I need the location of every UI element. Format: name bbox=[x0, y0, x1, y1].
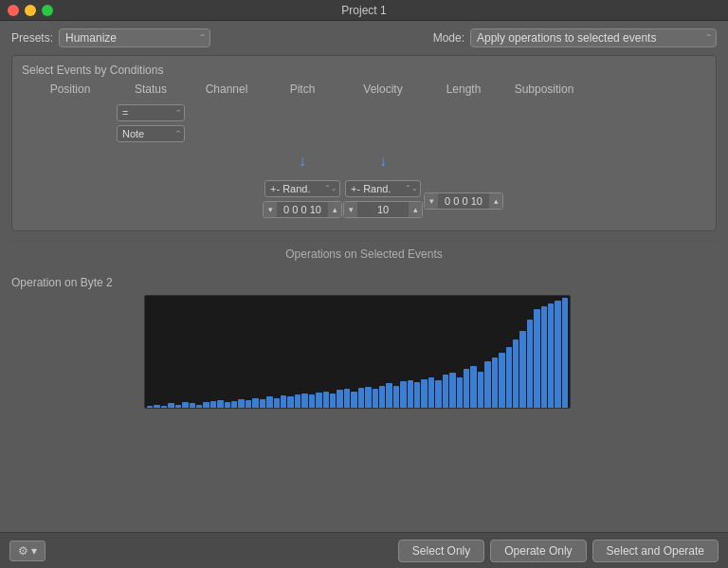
byte2-section: Operation on Byte 2 bbox=[11, 270, 717, 409]
chart-bar bbox=[281, 395, 286, 408]
chart-bar bbox=[161, 406, 167, 408]
chart-bar bbox=[154, 405, 159, 408]
pitch-arrow: ↓ bbox=[264, 153, 340, 170]
chart-bar bbox=[548, 303, 554, 408]
chart-bar bbox=[231, 401, 237, 408]
gear-button[interactable]: ⚙ ▾ bbox=[9, 541, 46, 561]
chart-bar bbox=[373, 389, 378, 408]
chart-bar bbox=[168, 403, 173, 408]
ops-section-label: Operations on Selected Events bbox=[11, 241, 717, 265]
status-type-select[interactable]: Note bbox=[117, 125, 185, 142]
mode-select[interactable]: Apply operations to selected events bbox=[470, 28, 717, 47]
chart-container bbox=[144, 295, 571, 409]
chart-bar bbox=[562, 298, 568, 408]
chart-bar bbox=[190, 403, 195, 408]
velocity-stepper[interactable]: ▾ 10 ▴ bbox=[343, 201, 423, 218]
chart-bar bbox=[519, 331, 525, 408]
chart-bar bbox=[225, 402, 230, 408]
length-stepper-up[interactable]: ▴ bbox=[489, 193, 502, 209]
chart-bar bbox=[260, 399, 265, 408]
chart-bar bbox=[351, 392, 356, 408]
chart-bar bbox=[274, 398, 280, 408]
chart-bar bbox=[217, 400, 223, 408]
chart-bar bbox=[196, 405, 202, 408]
chart-bar bbox=[344, 389, 350, 408]
chart-bar bbox=[337, 390, 342, 408]
presets-select[interactable]: Humanize bbox=[59, 28, 210, 47]
select-events-panel: Select Events by Conditions Position Sta… bbox=[11, 55, 717, 231]
pitch-stepper[interactable]: ▾ 0 0 0 10 ▴ bbox=[263, 201, 342, 218]
pitch-stepper-up[interactable]: ▴ bbox=[328, 202, 341, 217]
velocity-stepper-up[interactable]: ▴ bbox=[409, 202, 422, 217]
window-title: Project 1 bbox=[341, 4, 386, 17]
chart-bar bbox=[238, 399, 244, 408]
velocity-stepper-val: 10 bbox=[358, 204, 408, 215]
pitch-op-select[interactable]: +- Rand. bbox=[264, 180, 340, 197]
chart-bar bbox=[365, 387, 371, 408]
chart-bar bbox=[449, 373, 455, 408]
chart-bar bbox=[506, 347, 512, 408]
chart-bar bbox=[316, 393, 321, 408]
chart-bar bbox=[330, 394, 336, 408]
chart-bar bbox=[457, 377, 463, 408]
select-only-button[interactable]: Select Only bbox=[398, 540, 484, 562]
maximize-button[interactable] bbox=[42, 5, 53, 16]
chart-bar bbox=[499, 353, 504, 408]
chart-bar bbox=[428, 377, 434, 408]
chart-bar bbox=[443, 375, 448, 408]
section-title-select: Select Events by Conditions bbox=[22, 64, 706, 77]
minimize-button[interactable] bbox=[25, 5, 36, 16]
chart-bar bbox=[513, 339, 519, 408]
chart-bar bbox=[295, 394, 300, 408]
conditions-header: Position Status Channel Pitch Velocity L… bbox=[22, 82, 706, 96]
length-stepper-down[interactable]: ▾ bbox=[425, 193, 438, 209]
chart-bar bbox=[323, 392, 329, 408]
chart-bar bbox=[492, 357, 498, 408]
title-bar: Project 1 bbox=[0, 0, 728, 21]
velocity-stepper-down[interactable]: ▾ bbox=[344, 202, 357, 217]
length-stepper[interactable]: ▾ 0 0 0 10 ▴ bbox=[424, 192, 503, 210]
length-stepper-val: 0 0 0 10 bbox=[439, 195, 488, 207]
chart-bar bbox=[435, 380, 441, 408]
col-channel: Channel bbox=[189, 82, 264, 96]
presets-label: Presets: bbox=[11, 31, 53, 45]
operate-only-button[interactable]: Operate Only bbox=[490, 540, 586, 562]
chart-bar bbox=[541, 306, 547, 408]
chart-bar bbox=[484, 361, 490, 408]
close-button[interactable] bbox=[8, 5, 19, 16]
velocity-arrow: ↓ bbox=[340, 153, 426, 170]
col-status: Status bbox=[113, 82, 189, 96]
chart-bar bbox=[534, 309, 539, 408]
chart-bar bbox=[386, 383, 391, 408]
chart-bar bbox=[147, 406, 153, 408]
chart-bar bbox=[555, 301, 560, 408]
col-velocity: Velocity bbox=[340, 82, 426, 96]
col-pitch: Pitch bbox=[264, 82, 340, 96]
chart-bar bbox=[527, 320, 533, 408]
chart-bar bbox=[414, 382, 420, 408]
gear-dropdown-arrow: ▾ bbox=[31, 544, 37, 558]
chart-bar bbox=[182, 402, 188, 408]
chart-bar bbox=[309, 394, 315, 408]
chart-bar bbox=[393, 386, 399, 408]
chart-bar bbox=[358, 388, 364, 408]
chart-bar bbox=[210, 401, 216, 408]
pitch-stepper-down[interactable]: ▾ bbox=[264, 202, 277, 217]
chart-bar bbox=[408, 380, 413, 408]
mode-label: Mode: bbox=[433, 31, 464, 45]
chart-bar bbox=[478, 372, 483, 408]
col-position: Position bbox=[27, 82, 113, 96]
chart-bar bbox=[252, 398, 258, 408]
chart-bar bbox=[421, 379, 427, 408]
velocity-op-select[interactable]: +- Rand. bbox=[345, 180, 421, 197]
chart-bar bbox=[301, 394, 307, 408]
select-and-operate-button[interactable]: Select and Operate bbox=[592, 540, 719, 562]
pitch-stepper-val: 0 0 0 10 bbox=[278, 204, 327, 215]
chart-bar bbox=[379, 386, 385, 408]
chart-bar bbox=[175, 405, 181, 408]
chart-bar bbox=[470, 366, 476, 408]
chart-bar bbox=[464, 369, 469, 408]
status-equal-select[interactable]: = bbox=[117, 104, 185, 121]
chart-bar bbox=[400, 381, 406, 408]
bottom-bar: ⚙ ▾ Select Only Operate Only Select and … bbox=[0, 532, 728, 568]
